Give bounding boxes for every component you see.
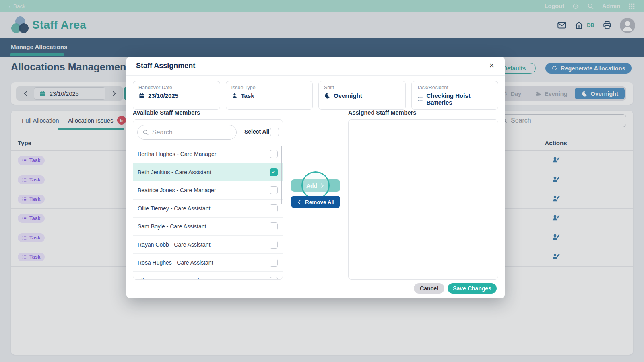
info-card-issue-type: Issue TypeTask <box>226 81 313 110</box>
staff-row[interactable]: Beth Jenkins - Care Assistant <box>133 163 283 181</box>
assignment-info-cards: Handover Date23/10/2025Issue TypeTaskShi… <box>133 81 498 110</box>
assigned-staff-heading: Assigned Staff Members <box>348 109 416 116</box>
staff-checkbox[interactable] <box>270 222 278 230</box>
modal-title: Staff Assignment <box>136 62 195 70</box>
available-staff-heading: Available Staff Members <box>133 109 200 116</box>
staff-row[interactable]: Beatrice Jones - Care Manager <box>133 181 283 200</box>
staff-checkbox[interactable] <box>270 259 278 267</box>
available-panel-toolbar: Select All <box>133 120 283 145</box>
person-icon <box>231 93 238 99</box>
staff-assignment-modal: Staff Assignment × Handover Date23/10/20… <box>126 57 505 298</box>
calendar-icon <box>138 93 145 99</box>
info-card-handover-date: Handover Date23/10/2025 <box>133 81 220 110</box>
staff-search-input[interactable] <box>152 129 231 136</box>
staff-row[interactable]: Rosa Hughes - Care Assistant <box>133 254 283 272</box>
remove-all-button[interactable]: Remove All <box>291 196 340 208</box>
list-scrollbar[interactable] <box>281 146 282 204</box>
close-icon[interactable]: × <box>487 60 497 72</box>
search-icon <box>142 129 149 136</box>
select-all-label: Select All <box>244 128 270 135</box>
staff-row[interactable]: Bertha Hughes - Care Manager <box>133 145 283 163</box>
save-changes-button[interactable]: Save Changes <box>448 283 497 294</box>
select-all-checkbox[interactable] <box>270 128 279 136</box>
available-staff-panel: Select All Bertha Hughes - Care ManagerB… <box>133 119 283 280</box>
assigned-staff-panel <box>348 119 498 280</box>
chevron-left-icon <box>297 200 302 205</box>
staff-checkbox[interactable] <box>270 241 278 249</box>
moon-icon <box>324 93 330 99</box>
staff-search <box>137 125 237 140</box>
staff-checkbox[interactable] <box>270 186 278 194</box>
staff-checkbox[interactable] <box>270 168 278 176</box>
cancel-button[interactable]: Cancel <box>414 283 444 294</box>
staff-row[interactable]: Ollie Tierney - Care Assistant <box>133 200 283 218</box>
staff-row[interactable]: Rayan Cobb - Care Assistant <box>133 236 283 254</box>
add-button[interactable]: Add <box>291 179 340 192</box>
modal-header-divider <box>126 75 505 76</box>
available-staff-list: Bertha Hughes - Care ManagerBeth Jenkins… <box>133 145 283 279</box>
modal-footer-divider <box>126 280 505 280</box>
info-card-shift: ShiftOvernight <box>318 81 406 110</box>
staff-row[interactable]: Sam Boyle - Care Assistant <box>133 218 283 236</box>
staff-checkbox[interactable] <box>270 204 278 212</box>
info-card-task-resident: Task/ResidentChecking Hoist Batteries <box>411 81 499 110</box>
staff-area-app: ‹ Back Logout Admin Staff Area DB <box>0 0 644 362</box>
staff-row[interactable]: Alba Lawson - Care Assistant <box>133 272 283 279</box>
staff-checkbox[interactable] <box>270 150 278 158</box>
chevron-right-icon <box>320 183 325 188</box>
staff-checkbox[interactable] <box>270 277 278 279</box>
checklist-icon <box>417 96 423 102</box>
